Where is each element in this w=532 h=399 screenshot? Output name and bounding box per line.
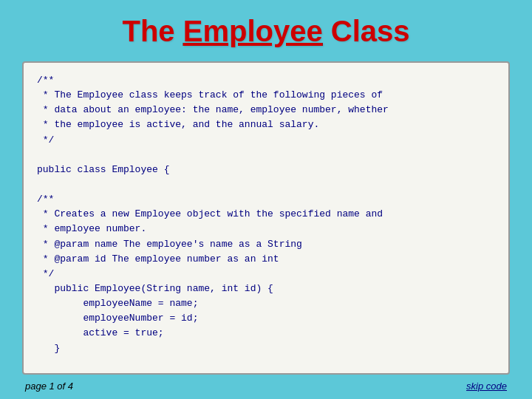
- page-number: page 1 of 4: [25, 381, 73, 392]
- slide: The Employee Class /** * The Employee cl…: [0, 0, 532, 399]
- slide-title: The Employee Class: [122, 15, 409, 48]
- code-box: /** * The Employee class keeps track of …: [22, 61, 510, 375]
- title-suffix: Class: [323, 15, 410, 47]
- code-content: /** * The Employee class keeps track of …: [37, 73, 495, 356]
- footer: page 1 of 4 skip code: [22, 381, 510, 392]
- title-highlight: Employee: [183, 15, 323, 47]
- title-prefix: The: [122, 15, 183, 47]
- skip-code-link[interactable]: skip code: [466, 381, 507, 392]
